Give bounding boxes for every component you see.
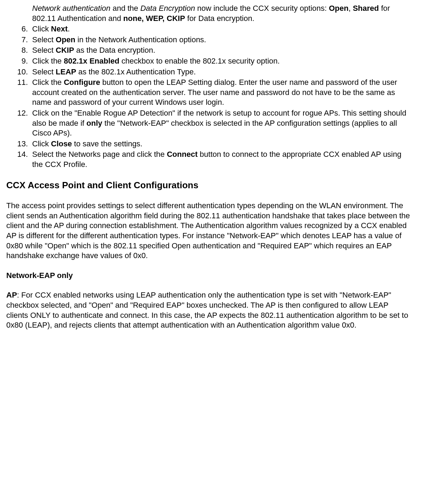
text-bold: Open bbox=[56, 35, 75, 44]
instruction-list: Click Next. Select Open in the Network A… bbox=[6, 24, 411, 169]
heading-ccx-config: CCX Access Point and Client Configuratio… bbox=[6, 180, 411, 191]
text: Click bbox=[32, 139, 51, 148]
text-bold: Configure bbox=[64, 78, 100, 87]
list-item: Click Next. bbox=[30, 24, 411, 34]
text: : For CCX enabled networks using LEAP au… bbox=[6, 291, 408, 329]
paragraph: The access point provides settings to se… bbox=[6, 201, 411, 261]
text: for Data encryption. bbox=[185, 14, 254, 23]
list-item: Click the Configure button to open the L… bbox=[30, 78, 411, 108]
text: in the Network Authentication options. bbox=[76, 35, 206, 44]
text: Select the Networks page and click the bbox=[32, 150, 167, 159]
text: Select bbox=[32, 46, 56, 54]
text-bold: Shared bbox=[353, 4, 379, 13]
text: to save the settings. bbox=[72, 139, 143, 148]
text: Click the bbox=[32, 78, 64, 87]
text-bold: Open bbox=[329, 4, 349, 13]
text: Click the bbox=[32, 57, 64, 65]
list-item-5-continuation: Network authentication and the Data Encr… bbox=[32, 3, 411, 23]
text: Select bbox=[32, 35, 56, 44]
heading-network-eap: Network-EAP only bbox=[6, 271, 411, 281]
list-item: Select the Networks page and click the C… bbox=[30, 149, 411, 169]
text: Click bbox=[32, 24, 51, 33]
text-bold: 802.1x Enabled bbox=[64, 57, 119, 65]
list-item: Select LEAP as the 802.1x Authentication… bbox=[30, 67, 411, 77]
text: as the Data encryption. bbox=[74, 46, 155, 54]
list-item: Click the 802.1x Enabled checkbox to ena… bbox=[30, 56, 411, 66]
text: now include the CCX security options: bbox=[195, 4, 329, 13]
text: checkbox to enable the 802.1x security o… bbox=[119, 57, 280, 65]
text-bold: Next bbox=[51, 24, 68, 33]
text-bold: only bbox=[86, 119, 102, 127]
text: and the bbox=[110, 4, 141, 13]
list-item: Select CKIP as the Data encryption. bbox=[30, 45, 411, 56]
list-item: Click on the "Enable Rogue AP Detection"… bbox=[30, 108, 411, 138]
text-bold: none, WEP, CKIP bbox=[123, 14, 185, 23]
paragraph: AP: For CCX enabled networks using LEAP … bbox=[6, 290, 411, 330]
text-bold: Connect bbox=[167, 150, 198, 159]
text-bold: Close bbox=[51, 139, 72, 148]
text-bold: CKIP bbox=[56, 46, 74, 54]
list-item: Click Close to save the settings. bbox=[30, 139, 411, 149]
text: Select bbox=[32, 67, 56, 76]
text: as the 802.1x Authentication Type. bbox=[76, 67, 196, 76]
text: , bbox=[349, 4, 353, 13]
text-bold: AP bbox=[6, 291, 17, 299]
list-item: Select Open in the Network Authenticatio… bbox=[30, 35, 411, 45]
text-italic: Data Encryption bbox=[140, 4, 195, 13]
text-italic: Network authentication bbox=[32, 4, 110, 13]
text-bold: LEAP bbox=[56, 67, 76, 76]
text: . bbox=[67, 24, 70, 33]
